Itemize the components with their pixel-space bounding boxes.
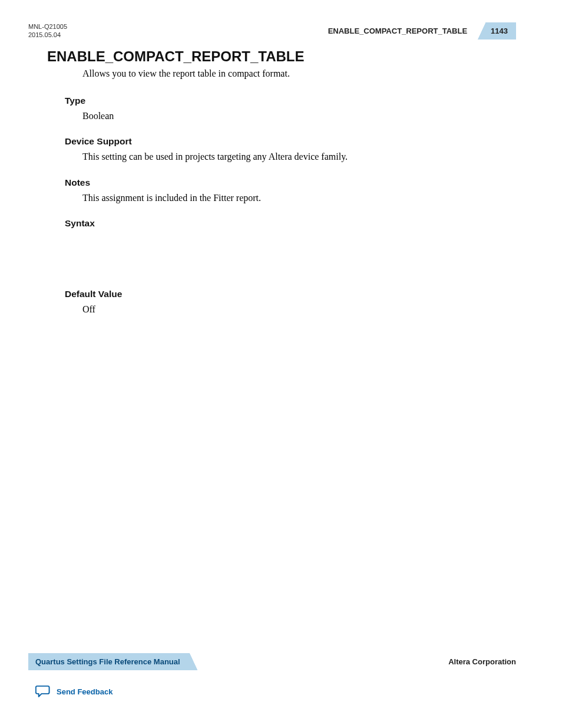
section-body-syntax [82, 232, 516, 275]
document-date: 2015.05.04 [28, 31, 67, 39]
section-notes: Notes This assignment is included in the… [65, 177, 516, 205]
section-syntax: Syntax [65, 218, 516, 275]
section-body-device-support: This setting can be used in projects tar… [82, 150, 516, 163]
description-text: Allows you to view the report table in c… [82, 67, 516, 80]
page-header: MNL-Q21005 2015.05.04 ENABLE_COMPACT_REP… [28, 22, 516, 39]
section-body-notes: This assignment is included in the Fitte… [82, 192, 516, 205]
section-type: Type Boolean [65, 95, 516, 123]
section-default-value: Default Value Off [65, 289, 516, 316]
section-body-type: Boolean [82, 110, 516, 123]
send-feedback-link[interactable]: Send Feedback [35, 684, 113, 700]
header-right: ENABLE_COMPACT_REPORT_TABLE 1143 [328, 22, 516, 39]
running-title: ENABLE_COMPACT_REPORT_TABLE [328, 27, 478, 35]
header-meta: MNL-Q21005 2015.05.04 [28, 22, 67, 39]
main-content: ENABLE_COMPACT_REPORT_TABLE Allows you t… [47, 48, 516, 330]
section-heading-notes: Notes [65, 177, 516, 188]
document-id: MNL-Q21005 [28, 22, 67, 31]
section-device-support: Device Support This setting can be used … [65, 136, 516, 163]
section-heading-device-support: Device Support [65, 136, 516, 147]
section-heading-type: Type [65, 95, 516, 106]
page-footer: Quartus Settings File Reference Manual A… [28, 653, 516, 670]
corporation-label: Altera Corporation [448, 657, 516, 666]
page-number-badge: 1143 [478, 22, 516, 39]
send-feedback-label: Send Feedback [57, 687, 113, 696]
speech-bubble-icon [35, 684, 51, 700]
section-body-default-value: Off [82, 303, 516, 316]
section-heading-syntax: Syntax [65, 218, 516, 229]
manual-title-badge[interactable]: Quartus Settings File Reference Manual [28, 653, 199, 670]
section-heading-default-value: Default Value [65, 289, 516, 299]
page-title: ENABLE_COMPACT_REPORT_TABLE [47, 48, 516, 65]
